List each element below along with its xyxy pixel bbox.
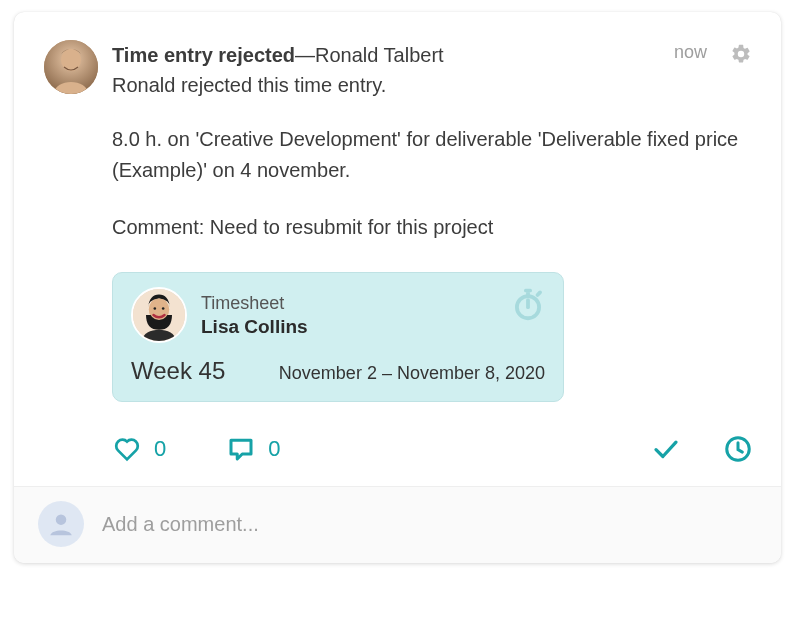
timesheet-footer: Week 45 November 2 – November 8, 2020 xyxy=(131,357,545,385)
post-subtitle: Ronald rejected this time entry. xyxy=(112,70,656,100)
post-author: Ronald Talbert xyxy=(315,44,444,66)
post-title: Time entry rejected xyxy=(112,44,295,66)
post-comment-line: Comment: Need to resubmit for this proje… xyxy=(112,212,753,242)
svg-point-13 xyxy=(56,514,67,525)
comment-icon xyxy=(226,434,256,464)
timesheet-date-range: November 2 – November 8, 2020 xyxy=(279,363,545,384)
content-column: Time entry rejected—Ronald Talbert Ronal… xyxy=(112,40,753,468)
stopwatch-icon xyxy=(509,285,547,327)
comment-text: Need to resubmit for this project xyxy=(210,216,493,238)
notification-card: Time entry rejected—Ronald Talbert Ronal… xyxy=(14,12,781,563)
author-avatar[interactable] xyxy=(44,40,98,94)
svg-point-6 xyxy=(162,307,165,310)
current-user-avatar xyxy=(38,501,84,547)
timesheet-header: Timesheet Lisa Collins xyxy=(131,287,545,343)
comment-button[interactable]: 0 xyxy=(226,434,280,464)
timesheet-person-name: Lisa Collins xyxy=(201,316,308,338)
post-timestamp: now xyxy=(674,42,707,63)
card-body: Time entry rejected—Ronald Talbert Ronal… xyxy=(14,12,781,486)
timesheet-labels: Timesheet Lisa Collins xyxy=(201,293,308,338)
comment-count: 0 xyxy=(268,436,280,462)
svg-rect-9 xyxy=(524,289,532,292)
title-separator: — xyxy=(295,44,315,66)
clock-icon xyxy=(723,434,753,464)
like-count: 0 xyxy=(154,436,166,462)
actions-row: 0 0 xyxy=(112,434,753,468)
header-text: Time entry rejected—Ronald Talbert Ronal… xyxy=(112,40,656,100)
settings-button[interactable] xyxy=(729,42,753,66)
check-icon xyxy=(651,434,681,464)
timesheet-avatar-image xyxy=(133,289,185,341)
timesheet-type-label: Timesheet xyxy=(201,293,308,314)
user-placeholder-icon xyxy=(46,509,76,539)
timesheet-card[interactable]: Timesheet Lisa Collins Wee xyxy=(112,272,564,402)
gear-icon xyxy=(730,43,752,65)
timesheet-person-avatar xyxy=(131,287,187,343)
author-avatar-image xyxy=(44,40,98,94)
heart-icon xyxy=(112,434,142,464)
post-body: 8.0 h. on 'Creative Development' for del… xyxy=(112,124,753,186)
header-row: Time entry rejected—Ronald Talbert Ronal… xyxy=(112,40,753,100)
comment-input[interactable] xyxy=(102,513,757,536)
mark-done-button[interactable] xyxy=(651,434,681,464)
avatar-column xyxy=(44,40,112,468)
svg-point-5 xyxy=(154,307,157,310)
snooze-button[interactable] xyxy=(723,434,753,464)
like-button[interactable]: 0 xyxy=(112,434,166,464)
comment-bar xyxy=(14,486,781,563)
timesheet-week: Week 45 xyxy=(131,357,225,385)
svg-line-11 xyxy=(538,292,541,295)
comment-label: Comment: xyxy=(112,216,210,238)
